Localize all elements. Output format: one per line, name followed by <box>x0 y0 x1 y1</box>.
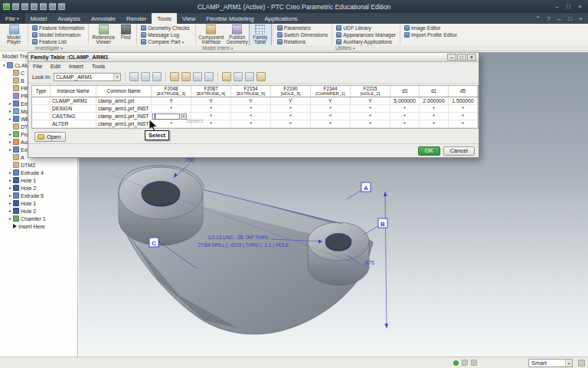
table-row-alter[interactable]: ALTER clamp_arm1.prt_INST * * * * * * * … <box>32 120 478 128</box>
ok-button[interactable]: OK <box>418 146 440 156</box>
ribbon-button[interactable]: Image Editor <box>402 25 459 31</box>
cell-common[interactable]: clamp_arm1.prt_INST <box>96 113 152 120</box>
cell-value[interactable]: * <box>390 113 420 120</box>
filter-list-icon[interactable] <box>578 360 585 366</box>
ribbon-button[interactable]: Compare Part ▾ <box>139 38 193 45</box>
cell-value[interactable]: * <box>311 113 351 120</box>
menu-item[interactable]: Insert <box>69 63 83 70</box>
ribbon-button[interactable]: Import Profile Editor <box>402 31 459 38</box>
cut-icon[interactable] <box>129 72 139 81</box>
expand-icon[interactable]: ▸ <box>8 101 13 106</box>
ribbon-button[interactable]: Switch Dimensions <box>275 31 330 38</box>
cell-value[interactable]: * <box>351 105 390 112</box>
tree-item[interactable]: DTM2 <box>0 161 77 169</box>
tree-item[interactable]: ▸ Extrude 5 <box>0 192 77 199</box>
column-header[interactable]: F2048 [EXTRUDE_3] <box>152 86 191 97</box>
cell-type[interactable] <box>32 97 51 104</box>
table-row-design[interactable]: DESIGN clamp_arm1.prt_INST * * * * * * *… <box>32 105 478 113</box>
column-header[interactable]: F2154 [EXTRUDE_5] <box>231 86 271 97</box>
doc-close-icon[interactable]: × <box>576 15 586 22</box>
reference-viewer-button[interactable]: Reference Viewer <box>90 24 116 45</box>
menu-item[interactable]: File <box>33 63 42 70</box>
table-row-casting[interactable]: CASTING clamp_arm1.prt_INST ▾ * * * * * … <box>32 113 478 120</box>
cell-common[interactable]: clamp_arm1.prt_INST <box>96 120 152 127</box>
column-header[interactable]: Instance Name <box>51 86 96 97</box>
cancel-button[interactable]: Cancel <box>443 146 475 156</box>
expand-icon[interactable]: ▸ <box>8 209 13 213</box>
column-header[interactable]: F2190 [HOLE_5] <box>271 86 311 97</box>
cell-type[interactable] <box>32 113 51 120</box>
ribbon-button[interactable]: Auxiliary Applications <box>334 38 398 45</box>
expand-icon[interactable]: ▸ <box>8 109 13 113</box>
open-file-icon[interactable] <box>21 3 28 10</box>
cell-value[interactable]: Y <box>152 97 191 104</box>
ribbon-tab[interactable]: Analysis <box>52 13 86 24</box>
look-in-combobox[interactable]: CLAMP_ARM1 ▾ <box>54 73 121 81</box>
expand-icon[interactable]: ▾ <box>2 63 7 67</box>
cell-value[interactable]: * <box>449 120 478 127</box>
cell-value[interactable]: Y <box>351 97 390 104</box>
ribbon-button[interactable]: Message Log <box>139 31 193 38</box>
find-instance-icon[interactable] <box>204 72 214 81</box>
column-header[interactable]: F2087 [EXTRUDE_4] <box>191 86 231 97</box>
component-interface-button[interactable]: Component Interface <box>198 24 225 45</box>
paste-icon[interactable] <box>152 72 162 81</box>
cell-value[interactable]: * <box>191 105 231 112</box>
selection-filter-combobox[interactable]: Smart ▾ <box>528 359 573 367</box>
ribbon-tab[interactable]: Annotate <box>86 13 121 24</box>
cell-value[interactable]: * <box>351 120 390 127</box>
dialog-maximize-icon[interactable]: □ <box>457 54 466 61</box>
cell-value[interactable]: Y <box>191 97 231 104</box>
verify-instances-icon[interactable] <box>234 72 243 81</box>
tree-item[interactable]: ▸ Hole 1 <box>0 199 77 207</box>
maximize-icon[interactable]: □ <box>563 3 574 10</box>
lock-icon[interactable] <box>222 72 231 81</box>
dialog-title-bar[interactable]: Family Table :CLAMP_ARM1 – □ × <box>28 53 479 62</box>
ribbon-tab[interactable]: Applications <box>259 13 302 24</box>
datum-tag-c[interactable]: C <box>149 238 158 247</box>
ribbon-button[interactable]: Relations <box>275 38 330 45</box>
close-icon[interactable]: × <box>574 3 586 10</box>
ribbon-tab[interactable]: View <box>177 13 201 24</box>
cell-value[interactable]: Y <box>231 97 271 104</box>
sort-icon[interactable] <box>193 72 202 81</box>
doc-restore-icon[interactable]: □ <box>565 15 575 22</box>
cell-common[interactable]: clamp_arm1.prt <box>96 97 152 104</box>
expand-icon[interactable]: ▸ <box>8 193 13 198</box>
ribbon-button[interactable]: UDF Library <box>334 25 398 31</box>
cell-value[interactable]: * <box>152 105 191 112</box>
cell-value[interactable]: * <box>390 105 420 112</box>
cell-type[interactable] <box>32 105 51 112</box>
datum-tag-a[interactable]: A <box>361 182 371 192</box>
expand-icon[interactable]: ▸ <box>8 147 13 152</box>
column-header[interactable]: Common Name <box>96 86 152 97</box>
ribbon-collapse-icon[interactable]: ⌃ <box>533 15 543 22</box>
redo-icon[interactable] <box>49 3 56 10</box>
datum-tag-b[interactable]: B <box>378 219 387 228</box>
cell-value[interactable]: Y <box>311 97 351 104</box>
regenerate-icon[interactable] <box>58 3 65 10</box>
chevron-down-icon[interactable]: ▾ <box>565 360 572 366</box>
filter-icon[interactable] <box>256 72 266 81</box>
cell-value[interactable]: 1.500000 <box>449 97 478 104</box>
tree-item[interactable]: ▸ Extrude 4 <box>0 169 77 176</box>
group-label-investigate[interactable]: Investigate▾ <box>35 45 63 51</box>
undo-icon[interactable] <box>40 3 47 10</box>
expand-icon[interactable]: ▸ <box>8 178 13 182</box>
find-button[interactable]: Find <box>116 24 135 45</box>
dialog-minimize-icon[interactable]: – <box>447 54 456 61</box>
column-header[interactable]: d3 <box>390 86 420 97</box>
cell-value[interactable]: * <box>311 120 351 127</box>
ribbon-tab[interactable]: Render <box>121 13 152 24</box>
insert-column-icon[interactable] <box>181 72 191 81</box>
expand-icon[interactable]: ▸ <box>8 186 13 190</box>
cell-value[interactable]: * <box>351 113 390 120</box>
insert-row-icon[interactable] <box>170 72 179 81</box>
column-header[interactable]: Type <box>32 86 51 97</box>
ribbon-button[interactable]: Feature List <box>30 38 87 45</box>
cell-value[interactable]: * <box>271 105 311 112</box>
cell-value[interactable]: * <box>449 105 478 112</box>
doc-minimize-icon[interactable]: – <box>554 15 564 22</box>
ribbon-tab[interactable]: Model <box>24 13 52 24</box>
cell-value[interactable]: * <box>420 105 449 112</box>
